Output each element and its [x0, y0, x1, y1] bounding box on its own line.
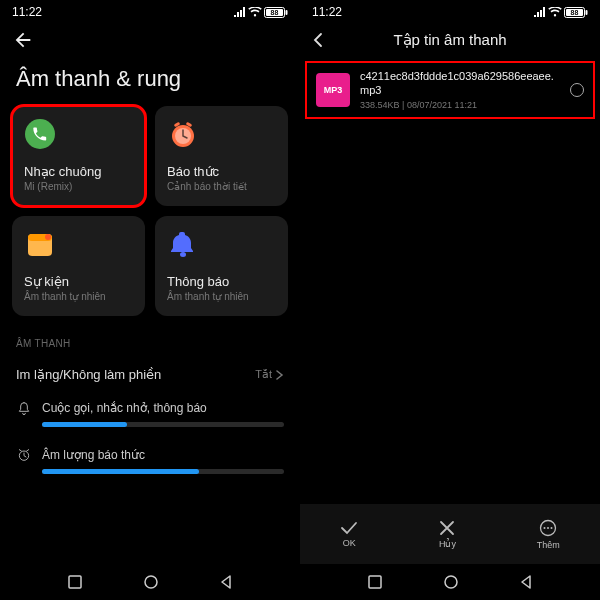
card-title: Thông báo [167, 274, 276, 289]
events-card[interactable]: Sự kiện Âm thanh tự nhiên [12, 216, 145, 316]
wifi-icon [548, 7, 562, 17]
svg-point-23 [551, 527, 553, 529]
nav-home-icon[interactable] [443, 574, 459, 590]
svg-rect-1 [286, 10, 288, 15]
signal-icon [234, 7, 246, 17]
more-horizontal-icon [539, 519, 557, 537]
navigation-bar [300, 564, 600, 600]
card-title: Sự kiện [24, 274, 133, 289]
card-title: Nhạc chuông [24, 164, 133, 179]
page-title: Tập tin âm thanh [393, 31, 506, 49]
dnd-row[interactable]: Im lặng/Không làm phiền Tắt [0, 357, 300, 392]
bottom-action-bar: OK Hủy Thêm [300, 504, 600, 564]
file-info: c4211ec8d3fddde1c039a629586eeaee.mp3 338… [360, 70, 560, 110]
slider-alarm[interactable] [42, 469, 284, 474]
bell-icon [167, 228, 199, 260]
dnd-value: Tắt [255, 368, 272, 381]
alarm-clock-icon [167, 118, 199, 150]
nav-recent-icon[interactable] [67, 574, 83, 590]
svg-point-15 [145, 576, 157, 588]
status-time: 11:22 [312, 5, 342, 19]
nav-home-icon[interactable] [143, 574, 159, 590]
slider-label: Âm lượng báo thức [42, 448, 284, 462]
screen-file-picker: 11:22 88 Tập tin âm thanh MP3 c4211ec8d3… [300, 0, 600, 600]
wifi-icon [248, 7, 262, 17]
radio-unselected[interactable] [570, 83, 584, 97]
check-icon [340, 521, 358, 535]
back-chevron-icon[interactable] [312, 32, 324, 48]
svg-point-22 [547, 527, 549, 529]
signal-icon [534, 7, 546, 17]
volume-calls-row: Cuộc gọi, nhắc nhở, thông báo [0, 392, 300, 420]
status-icons: 88 [234, 7, 288, 18]
nav-back-icon[interactable] [219, 575, 233, 589]
screen-settings: 11:22 88 Âm thanh & rung Nhạc chuông Mi … [0, 0, 300, 600]
file-meta: 338.54KB | 08/07/2021 11:21 [360, 100, 560, 110]
section-label-sound: ÂM THANH [0, 316, 300, 357]
battery-icon: 88 [264, 7, 288, 18]
svg-rect-17 [586, 10, 588, 15]
sound-categories-grid: Nhạc chuông Mi (Remix) Báo thức Cảnh báo… [0, 106, 300, 316]
card-subtitle: Âm thanh tự nhiên [167, 291, 276, 302]
card-subtitle: Cảnh báo thời tiết [167, 181, 276, 192]
battery-icon: 88 [564, 7, 588, 18]
cancel-button[interactable]: Hủy [439, 520, 456, 549]
file-name: c4211ec8d3fddde1c039a629586eeaee.mp3 [360, 70, 560, 98]
chevron-right-icon [276, 370, 284, 380]
ringtone-card[interactable]: Nhạc chuông Mi (Remix) [12, 106, 145, 206]
nav-recent-icon[interactable] [367, 574, 383, 590]
status-bar: 11:22 88 [0, 0, 300, 22]
notification-card[interactable]: Thông báo Âm thanh tự nhiên [155, 216, 288, 316]
card-title: Báo thức [167, 164, 276, 179]
file-item[interactable]: MP3 c4211ec8d3fddde1c039a629586eeaee.mp3… [306, 62, 594, 118]
nav-back-icon[interactable] [519, 575, 533, 589]
phone-icon [24, 118, 56, 150]
slider-calls[interactable] [42, 422, 284, 427]
svg-point-4 [25, 119, 55, 149]
navigation-bar [0, 564, 300, 600]
svg-point-21 [544, 527, 546, 529]
more-button[interactable]: Thêm [537, 519, 560, 550]
svg-text:88: 88 [571, 9, 579, 16]
volume-alarm-row: Âm lượng báo thức [0, 439, 300, 467]
dnd-value-wrap: Tắt [255, 368, 284, 381]
status-time: 11:22 [12, 5, 42, 19]
header-row [0, 22, 300, 58]
svg-text:88: 88 [271, 9, 279, 16]
svg-point-12 [180, 252, 186, 257]
header-row: Tập tin âm thanh [300, 22, 600, 58]
slider-label: Cuộc gọi, nhắc nhở, thông báo [42, 401, 284, 415]
status-icons: 88 [534, 7, 588, 18]
alarm-card[interactable]: Báo thức Cảnh báo thời tiết [155, 106, 288, 206]
svg-rect-14 [69, 576, 81, 588]
svg-rect-24 [369, 576, 381, 588]
alarm-outline-icon [16, 447, 32, 463]
card-subtitle: Mi (Remix) [24, 181, 133, 192]
svg-point-11 [45, 234, 51, 240]
page-title: Âm thanh & rung [0, 58, 300, 106]
ok-button[interactable]: OK [340, 521, 358, 548]
status-bar: 11:22 88 [300, 0, 600, 22]
dnd-label: Im lặng/Không làm phiền [16, 367, 161, 382]
svg-point-25 [445, 576, 457, 588]
calendar-icon [24, 228, 56, 260]
back-arrow-icon[interactable] [12, 29, 34, 51]
bell-outline-icon [16, 400, 32, 416]
close-icon [439, 520, 455, 536]
card-subtitle: Âm thanh tự nhiên [24, 291, 133, 302]
mp3-badge-icon: MP3 [316, 73, 350, 107]
